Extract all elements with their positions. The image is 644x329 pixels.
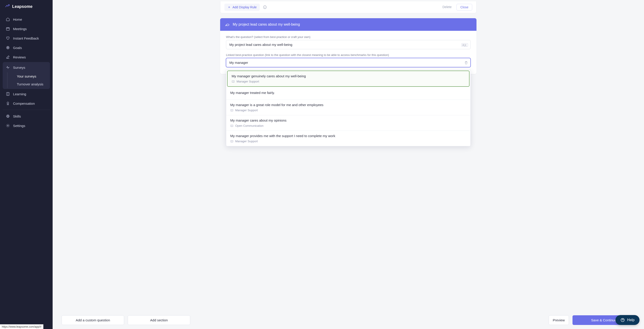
close-question-link[interactable]: Close — [456, 4, 472, 10]
nav-compensation[interactable]: Compensation — [3, 99, 50, 108]
nav-your-surveys[interactable]: Your surveys — [7, 72, 50, 80]
nav-goals[interactable]: Goals — [3, 43, 50, 52]
brand-name: Leapsome — [12, 4, 32, 9]
brand-logo[interactable]: Leapsome — [0, 4, 52, 13]
svg-point-3 — [8, 47, 8, 48]
clear-linked-icon[interactable] — [464, 61, 468, 64]
book-open-icon — [230, 124, 234, 127]
primary-nav: Home Meetings Instant Feedback Goals Rev… — [0, 13, 52, 132]
add-custom-question-button[interactable]: Add a custom question — [62, 315, 124, 325]
help-icon — [620, 318, 625, 322]
nav-label: Meetings — [13, 27, 27, 31]
info-icon[interactable] — [263, 5, 267, 9]
svg-point-5 — [6, 115, 10, 117]
leapsome-logo-icon — [5, 4, 10, 9]
nav-label: Learning — [13, 92, 26, 96]
delete-question-link[interactable]: Delete — [440, 4, 454, 10]
suggestion-title: My manager cares about my opinions — [230, 118, 466, 122]
nav-sub-label: Turnover analysis — [17, 82, 44, 86]
book-open-icon — [232, 80, 235, 83]
nav-label: Instant Feedback — [13, 36, 39, 40]
linked-question-input[interactable] — [226, 58, 471, 67]
suggestion-category: Open Communication — [230, 124, 466, 127]
suggestion-item[interactable]: My manager treated me fairly. — [226, 88, 470, 100]
question-header-text: My project lead cares about my well-bein… — [233, 22, 300, 26]
svg-rect-0 — [6, 28, 10, 30]
question-text-input[interactable] — [226, 40, 471, 49]
add-rule-label: Add Display Rule — [232, 5, 256, 9]
home-icon — [6, 17, 10, 21]
atom-icon — [6, 114, 10, 118]
award-icon — [6, 101, 10, 105]
add-section-button[interactable]: Add section — [128, 315, 190, 325]
status-bar-url: https://www.leapsome.com/app/# — [0, 324, 44, 329]
book-icon — [6, 92, 10, 96]
language-toggle[interactable]: A|文 — [462, 43, 468, 46]
suggestion-category: Manager Support — [230, 140, 466, 143]
question-body: What's the question? (select from best-p… — [220, 31, 476, 74]
nav-learning[interactable]: Learning — [3, 89, 50, 98]
nav-sub-label: Your surveys — [17, 74, 36, 78]
nav-settings[interactable]: Settings — [3, 121, 50, 130]
add-display-rule-button[interactable]: Add Display Rule — [224, 3, 260, 11]
suggestion-item[interactable]: My manager is a great role model for me … — [226, 100, 470, 115]
pulse-icon — [6, 65, 10, 69]
gear-icon — [6, 124, 10, 128]
svg-point-8 — [8, 125, 8, 126]
nav-label: Reviews — [13, 55, 26, 59]
comment-icon — [225, 22, 230, 27]
nav-meetings[interactable]: Meetings — [3, 24, 50, 33]
nav-label: Compensation — [13, 102, 35, 105]
linked-question-label: Linked best-practice question (link to t… — [226, 53, 471, 57]
suggestion-title: My manager genuinely cares about my well… — [232, 74, 465, 78]
nav-label: Settings — [13, 124, 25, 128]
book-open-icon — [230, 109, 234, 112]
svg-point-1 — [6, 46, 9, 49]
nav-turnover-analysis[interactable]: Turnover analysis — [7, 80, 50, 88]
plus-icon — [228, 5, 231, 9]
suggestion-item[interactable]: My manager genuinely cares about my well… — [227, 70, 470, 87]
nav-divider — [3, 110, 50, 110]
nav-label: Goals — [13, 46, 22, 50]
nav-label: Skills — [13, 114, 21, 118]
display-rule-bar: Add Display Rule Delete Close — [220, 1, 476, 13]
svg-point-2 — [7, 47, 8, 48]
suggestion-item[interactable]: My manager provides me with the support … — [226, 131, 470, 146]
suggestion-title: My manager provides me with the support … — [230, 134, 466, 138]
nav-skills[interactable]: Skills — [3, 112, 50, 121]
book-open-icon — [230, 140, 234, 143]
bottom-action-bar: Add a custom question Add section Previe… — [52, 311, 644, 329]
nav-reviews[interactable]: Reviews — [3, 53, 50, 61]
nav-instant-feedback[interactable]: Instant Feedback — [3, 34, 50, 43]
suggestion-title: My manager is a great role model for me … — [230, 103, 466, 107]
nav-label: Surveys — [13, 66, 25, 69]
preview-button[interactable]: Preview — [549, 315, 569, 325]
main-content: Add Display Rule Delete Close My project… — [52, 0, 644, 329]
help-button[interactable]: Help — [616, 315, 640, 325]
edit-icon — [6, 55, 10, 59]
suggestion-category: Manager Support — [232, 80, 465, 83]
heart-icon — [6, 36, 10, 40]
question-text-label: What's the question? (select from best-p… — [226, 35, 471, 39]
nav-label: Home — [13, 17, 22, 21]
suggestion-title: My manager treated me fairly. — [230, 91, 466, 95]
suggestion-dropdown: My manager genuinely cares about my well… — [226, 69, 471, 146]
calendar-icon — [6, 27, 10, 31]
language-badge: A|文 — [462, 43, 468, 46]
sidebar: Leapsome Home Meetings Instant Feedback … — [0, 0, 52, 329]
suggestion-category: Manager Support — [230, 109, 466, 112]
svg-point-4 — [7, 102, 9, 104]
target-icon — [6, 46, 10, 50]
nav-surveys-group: Surveys Your surveys Turnover analysis — [3, 62, 50, 89]
nav-home[interactable]: Home — [3, 15, 50, 24]
suggestion-item[interactable]: My manager cares about my opinionsOpen C… — [226, 115, 470, 131]
question-card: My project lead cares about my well-bein… — [220, 18, 476, 74]
nav-surveys[interactable]: Surveys — [3, 63, 50, 72]
help-label: Help — [627, 318, 634, 322]
question-header: My project lead cares about my well-bein… — [220, 18, 476, 31]
